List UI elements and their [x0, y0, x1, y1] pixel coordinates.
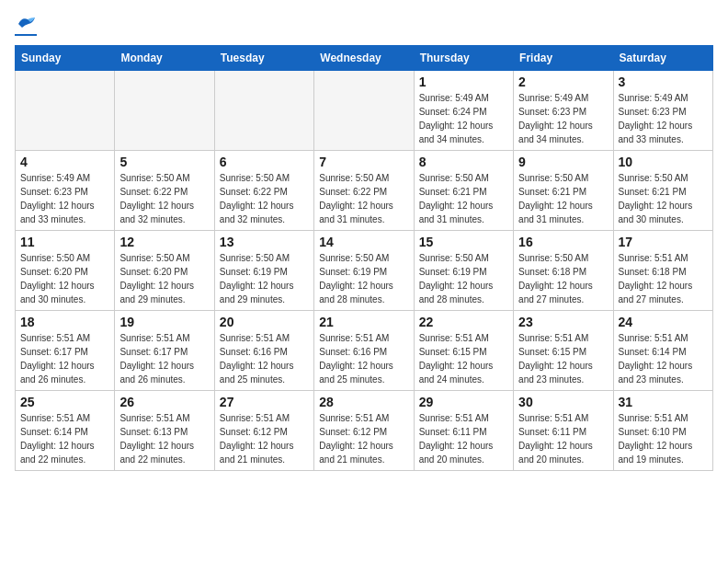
day-number: 26: [119, 395, 209, 409]
day-number: 31: [619, 395, 708, 409]
calendar-cell: 19Sunrise: 5:51 AMSunset: 6:17 PMDayligh…: [115, 311, 214, 391]
day-info: Sunrise: 5:51 AMSunset: 6:15 PMDaylight:…: [518, 331, 608, 386]
day-info: Sunrise: 5:50 AMSunset: 6:19 PMDaylight:…: [220, 251, 309, 306]
calendar-week-row: 25Sunrise: 5:51 AMSunset: 6:14 PMDayligh…: [16, 391, 713, 471]
calendar-cell: 27Sunrise: 5:51 AMSunset: 6:12 PMDayligh…: [214, 391, 313, 471]
calendar-cell: 5Sunrise: 5:50 AMSunset: 6:22 PMDaylight…: [115, 151, 214, 231]
weekday-header: Friday: [514, 46, 613, 71]
calendar-cell: 3Sunrise: 5:49 AMSunset: 6:23 PMDaylight…: [613, 71, 712, 151]
calendar-week-row: 18Sunrise: 5:51 AMSunset: 6:17 PMDayligh…: [16, 311, 713, 391]
calendar-cell: 9Sunrise: 5:50 AMSunset: 6:21 PMDaylight…: [514, 151, 613, 231]
calendar-cell: 13Sunrise: 5:50 AMSunset: 6:19 PMDayligh…: [214, 231, 313, 311]
day-number: 27: [220, 395, 309, 409]
day-info: Sunrise: 5:50 AMSunset: 6:21 PMDaylight:…: [419, 171, 508, 226]
day-number: 3: [619, 75, 708, 89]
day-number: 23: [518, 315, 608, 329]
day-info: Sunrise: 5:49 AMSunset: 6:24 PMDaylight:…: [419, 91, 508, 146]
weekday-header: Tuesday: [214, 46, 313, 71]
day-number: 13: [220, 235, 309, 249]
calendar-cell: 10Sunrise: 5:50 AMSunset: 6:21 PMDayligh…: [613, 151, 712, 231]
weekday-header: Sunday: [16, 46, 115, 71]
calendar-cell: 4Sunrise: 5:49 AMSunset: 6:23 PMDaylight…: [16, 151, 115, 231]
day-number: 8: [419, 155, 508, 169]
day-number: 2: [518, 75, 608, 89]
day-number: 4: [20, 155, 109, 169]
day-number: 11: [20, 235, 109, 249]
day-info: Sunrise: 5:51 AMSunset: 6:10 PMDaylight:…: [619, 411, 708, 466]
day-info: Sunrise: 5:51 AMSunset: 6:14 PMDaylight:…: [20, 411, 109, 466]
calendar-week-row: 1Sunrise: 5:49 AMSunset: 6:24 PMDaylight…: [16, 71, 713, 151]
calendar-cell: 25Sunrise: 5:51 AMSunset: 6:14 PMDayligh…: [16, 391, 115, 471]
weekday-header-row: SundayMondayTuesdayWednesdayThursdayFrid…: [16, 46, 713, 71]
calendar-cell: 23Sunrise: 5:51 AMSunset: 6:15 PMDayligh…: [514, 311, 613, 391]
calendar-cell: 29Sunrise: 5:51 AMSunset: 6:11 PMDayligh…: [414, 391, 513, 471]
day-info: Sunrise: 5:49 AMSunset: 6:23 PMDaylight:…: [518, 91, 608, 146]
calendar-cell: 1Sunrise: 5:49 AMSunset: 6:24 PMDaylight…: [414, 71, 513, 151]
day-number: 22: [419, 315, 508, 329]
day-info: Sunrise: 5:50 AMSunset: 6:22 PMDaylight:…: [220, 171, 309, 226]
calendar-cell: 24Sunrise: 5:51 AMSunset: 6:14 PMDayligh…: [613, 311, 712, 391]
day-info: Sunrise: 5:51 AMSunset: 6:14 PMDaylight:…: [619, 331, 708, 386]
day-info: Sunrise: 5:50 AMSunset: 6:19 PMDaylight:…: [419, 251, 508, 306]
day-info: Sunrise: 5:51 AMSunset: 6:18 PMDaylight:…: [619, 251, 708, 306]
day-info: Sunrise: 5:49 AMSunset: 6:23 PMDaylight:…: [619, 91, 708, 146]
calendar-cell: 17Sunrise: 5:51 AMSunset: 6:18 PMDayligh…: [613, 231, 712, 311]
day-info: Sunrise: 5:51 AMSunset: 6:11 PMDaylight:…: [518, 411, 608, 466]
weekday-header: Saturday: [613, 46, 712, 71]
calendar-cell: 30Sunrise: 5:51 AMSunset: 6:11 PMDayligh…: [514, 391, 613, 471]
day-info: Sunrise: 5:51 AMSunset: 6:16 PMDaylight:…: [319, 331, 408, 386]
day-info: Sunrise: 5:51 AMSunset: 6:12 PMDaylight:…: [220, 411, 309, 466]
calendar-cell: 6Sunrise: 5:50 AMSunset: 6:22 PMDaylight…: [214, 151, 313, 231]
calendar-cell: 14Sunrise: 5:50 AMSunset: 6:19 PMDayligh…: [314, 231, 414, 311]
calendar-cell: 20Sunrise: 5:51 AMSunset: 6:16 PMDayligh…: [214, 311, 313, 391]
day-number: 30: [518, 395, 608, 409]
calendar-cell: 18Sunrise: 5:51 AMSunset: 6:17 PMDayligh…: [16, 311, 115, 391]
day-number: 19: [119, 315, 209, 329]
calendar-cell: 21Sunrise: 5:51 AMSunset: 6:16 PMDayligh…: [314, 311, 414, 391]
day-info: Sunrise: 5:51 AMSunset: 6:13 PMDaylight:…: [119, 411, 209, 466]
day-info: Sunrise: 5:51 AMSunset: 6:16 PMDaylight:…: [220, 331, 309, 386]
calendar-cell: 28Sunrise: 5:51 AMSunset: 6:12 PMDayligh…: [314, 391, 414, 471]
day-number: 12: [119, 235, 209, 249]
day-info: Sunrise: 5:50 AMSunset: 6:18 PMDaylight:…: [518, 251, 608, 306]
day-number: 7: [319, 155, 408, 169]
day-number: 9: [518, 155, 608, 169]
calendar-cell: 15Sunrise: 5:50 AMSunset: 6:19 PMDayligh…: [414, 231, 513, 311]
logo-bird-icon: [17, 15, 37, 31]
logo: [15, 15, 37, 36]
day-info: Sunrise: 5:50 AMSunset: 6:21 PMDaylight:…: [518, 171, 608, 226]
calendar-cell: 7Sunrise: 5:50 AMSunset: 6:22 PMDaylight…: [314, 151, 414, 231]
day-number: 15: [419, 235, 508, 249]
day-info: Sunrise: 5:50 AMSunset: 6:20 PMDaylight:…: [20, 251, 109, 306]
calendar-cell: 26Sunrise: 5:51 AMSunset: 6:13 PMDayligh…: [115, 391, 214, 471]
header: [15, 15, 713, 36]
day-number: 5: [119, 155, 209, 169]
day-info: Sunrise: 5:50 AMSunset: 6:22 PMDaylight:…: [119, 171, 209, 226]
calendar-week-row: 11Sunrise: 5:50 AMSunset: 6:20 PMDayligh…: [16, 231, 713, 311]
day-info: Sunrise: 5:50 AMSunset: 6:20 PMDaylight:…: [119, 251, 209, 306]
day-number: 1: [419, 75, 508, 89]
day-info: Sunrise: 5:51 AMSunset: 6:17 PMDaylight:…: [20, 331, 109, 386]
weekday-header: Thursday: [414, 46, 513, 71]
day-number: 16: [518, 235, 608, 249]
calendar-cell: 31Sunrise: 5:51 AMSunset: 6:10 PMDayligh…: [613, 391, 712, 471]
day-number: 10: [619, 155, 708, 169]
calendar-cell: [16, 71, 115, 151]
day-number: 24: [619, 315, 708, 329]
calendar-cell: [314, 71, 414, 151]
day-number: 25: [20, 395, 109, 409]
calendar-cell: 12Sunrise: 5:50 AMSunset: 6:20 PMDayligh…: [115, 231, 214, 311]
day-info: Sunrise: 5:49 AMSunset: 6:23 PMDaylight:…: [20, 171, 109, 226]
calendar-table: SundayMondayTuesdayWednesdayThursdayFrid…: [15, 45, 713, 471]
calendar-week-row: 4Sunrise: 5:49 AMSunset: 6:23 PMDaylight…: [16, 151, 713, 231]
day-number: 28: [319, 395, 408, 409]
day-info: Sunrise: 5:51 AMSunset: 6:15 PMDaylight:…: [419, 331, 508, 386]
day-info: Sunrise: 5:51 AMSunset: 6:11 PMDaylight:…: [419, 411, 508, 466]
weekday-header: Wednesday: [314, 46, 414, 71]
calendar-cell: 8Sunrise: 5:50 AMSunset: 6:21 PMDaylight…: [414, 151, 513, 231]
calendar-cell: [115, 71, 214, 151]
day-info: Sunrise: 5:50 AMSunset: 6:22 PMDaylight:…: [319, 171, 408, 226]
calendar-cell: 2Sunrise: 5:49 AMSunset: 6:23 PMDaylight…: [514, 71, 613, 151]
day-info: Sunrise: 5:51 AMSunset: 6:12 PMDaylight:…: [319, 411, 408, 466]
calendar-cell: 16Sunrise: 5:50 AMSunset: 6:18 PMDayligh…: [514, 231, 613, 311]
